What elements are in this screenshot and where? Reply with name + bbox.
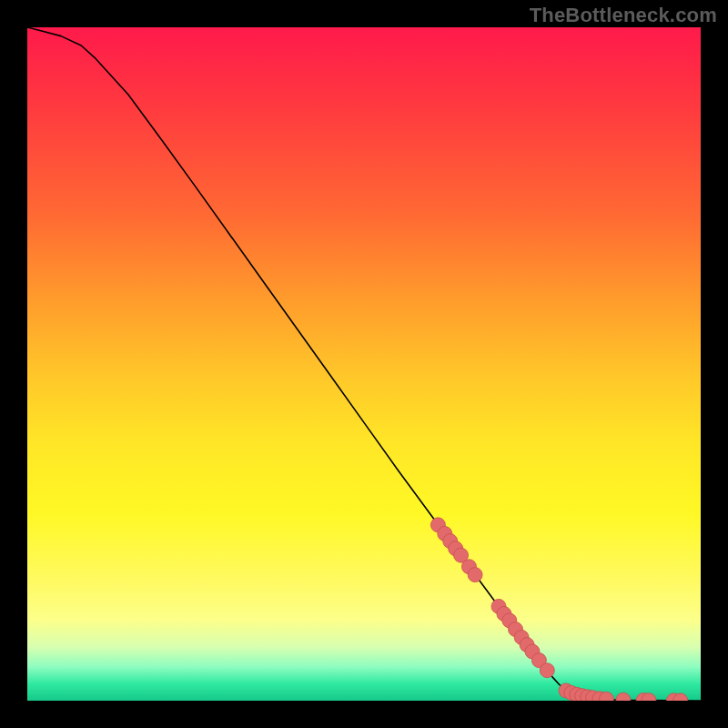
highlight-dot xyxy=(540,663,554,678)
watermark-text: TheBottleneck.com xyxy=(530,4,717,27)
curve-line xyxy=(27,27,701,701)
plot-area xyxy=(27,27,701,701)
highlight-dots xyxy=(430,518,687,701)
chart-svg xyxy=(27,27,701,701)
chart-frame: TheBottleneck.com xyxy=(0,0,728,728)
highlight-dot xyxy=(616,693,631,701)
highlight-dot xyxy=(468,568,482,582)
